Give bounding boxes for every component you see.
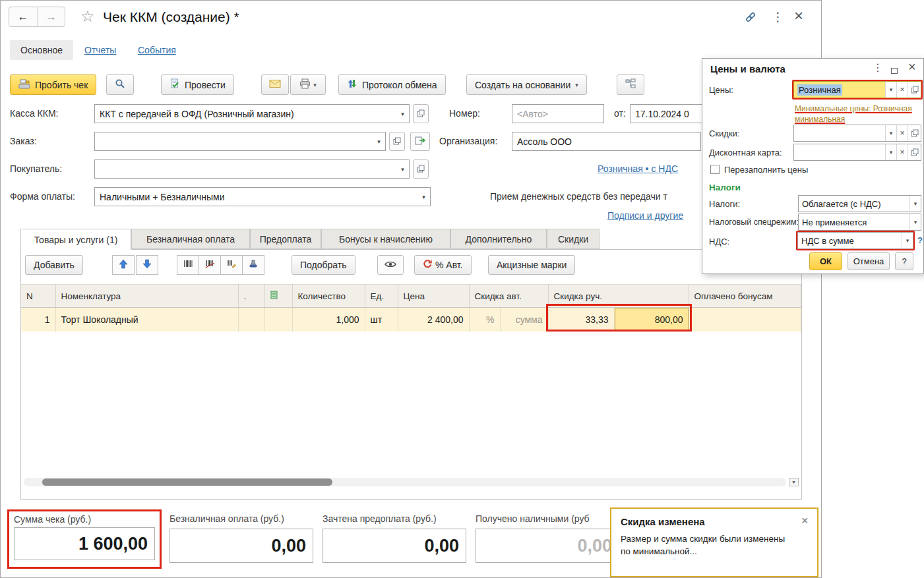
notification-close-button[interactable]: × bbox=[801, 514, 809, 528]
table-row[interactable]: 1 Торт Шоколадный 1,000 шт 2 400,00 % су… bbox=[21, 308, 801, 332]
tab-events[interactable]: События bbox=[138, 45, 176, 55]
cell-kolichestvo[interactable]: 1,000 bbox=[292, 308, 365, 332]
predoplata-value[interactable]: 0,00 bbox=[323, 529, 466, 563]
spetsrezhim-field[interactable]: Не применяется bbox=[799, 214, 909, 230]
horizontal-scrollbar[interactable] bbox=[24, 478, 786, 486]
print-button[interactable]: ▾ bbox=[290, 74, 326, 95]
cell-ed[interactable]: шт bbox=[365, 308, 398, 332]
dialog-maximize-button[interactable] bbox=[891, 65, 898, 76]
nalichnye-value[interactable]: 0,00 bbox=[476, 529, 619, 563]
cell-tsena[interactable]: 2 400,00 bbox=[398, 308, 469, 332]
tseny-field[interactable]: Розничная bbox=[794, 82, 885, 98]
scroll-down-button[interactable]: ▼ bbox=[789, 478, 799, 486]
col-n[interactable]: N bbox=[21, 285, 55, 308]
ok-button[interactable]: ОК bbox=[809, 252, 842, 270]
add-row-button[interactable]: Добавить bbox=[25, 255, 83, 275]
tab-bonusy[interactable]: Бонусы к начислению bbox=[321, 229, 450, 249]
sozdat-na-osnovanii-button[interactable]: Создать на основании ▾ bbox=[466, 74, 587, 95]
chevron-down-icon[interactable]: ▾ bbox=[396, 105, 409, 123]
chevron-down-icon[interactable]: ▾ bbox=[885, 82, 896, 98]
move-up-button[interactable] bbox=[112, 255, 135, 275]
cell-nomenklatura[interactable]: Торт Шоколадный bbox=[55, 308, 238, 332]
nomer-field[interactable]: <Авто> bbox=[512, 104, 604, 123]
col-kolichestvo[interactable]: Количество bbox=[292, 285, 365, 308]
chevron-down-icon[interactable]: ▾ bbox=[902, 233, 913, 248]
view-button[interactable] bbox=[377, 255, 404, 275]
perezapolnit-checkbox[interactable] bbox=[710, 165, 720, 174]
structure-button[interactable] bbox=[617, 74, 644, 95]
cell-skidka-ruch-procent[interactable]: 33,33 bbox=[548, 308, 614, 332]
cancel-button[interactable]: Отмена bbox=[847, 252, 890, 270]
scrollbar-thumb[interactable] bbox=[42, 478, 332, 486]
auto-discount-button[interactable]: % Авт. bbox=[414, 255, 472, 275]
tab-beznalichnaya-oplata[interactable]: Безналичная оплата bbox=[131, 229, 250, 249]
col-dot[interactable]: . bbox=[238, 285, 264, 308]
cell-dot[interactable] bbox=[238, 308, 264, 332]
podobrat-button[interactable]: Подобрать bbox=[292, 255, 355, 275]
probit-chek-button[interactable]: Пробить чек bbox=[10, 74, 96, 95]
chevron-down-icon[interactable]: ▾ bbox=[417, 188, 430, 206]
organizatsiya-field[interactable]: Ассоль ООО bbox=[512, 132, 701, 151]
pokupatel-field[interactable]: ▾ bbox=[94, 159, 410, 179]
summa-cheka-value[interactable]: 1 600,00 bbox=[14, 527, 155, 560]
forma-oplaty-select[interactable]: Наличными + Безналичными ▾ bbox=[94, 187, 431, 206]
cell-n[interactable]: 1 bbox=[21, 308, 55, 332]
barcode-edit-button[interactable] bbox=[220, 255, 243, 275]
cell-oplacheno[interactable] bbox=[689, 308, 801, 332]
clear-icon[interactable]: × bbox=[896, 125, 908, 141]
zakaz-field[interactable]: ▾ bbox=[94, 132, 386, 151]
stamp-button[interactable] bbox=[242, 255, 264, 275]
mail-button[interactable] bbox=[261, 74, 289, 95]
col-oplacheno[interactable]: Оплачено бонусам bbox=[689, 285, 801, 308]
pokupatel-open-button[interactable] bbox=[413, 159, 429, 179]
cell-skidka-avt-procent[interactable]: % bbox=[469, 308, 500, 332]
beznal-value[interactable]: 0,00 bbox=[169, 529, 313, 563]
chevron-down-icon[interactable]: ▾ bbox=[373, 132, 385, 150]
clear-icon[interactable]: × bbox=[896, 144, 908, 160]
aktsiznye-marki-button[interactable]: Акцизные марки bbox=[488, 255, 575, 275]
nalogi-field[interactable]: Облагается (с НДС) bbox=[799, 196, 909, 212]
provesti-button[interactable]: Провести bbox=[161, 74, 234, 95]
barcode-button[interactable] bbox=[177, 255, 199, 275]
col-tsena[interactable]: Цена bbox=[398, 285, 469, 308]
nds-help-link[interactable]: ? bbox=[917, 235, 923, 245]
link-icon[interactable] bbox=[744, 11, 757, 26]
diskontnaya-karta-field[interactable] bbox=[794, 144, 885, 160]
tab-predoplata[interactable]: Предоплата bbox=[250, 229, 321, 249]
chevron-down-icon[interactable]: ▾ bbox=[885, 144, 896, 160]
cell-skidka-ruch-summa[interactable]: 800,00 bbox=[614, 308, 689, 332]
chevron-down-icon[interactable]: ▾ bbox=[909, 196, 921, 212]
favorite-star-icon[interactable]: ☆ bbox=[80, 7, 95, 26]
chevron-down-icon[interactable]: ▾ bbox=[396, 160, 409, 178]
tab-main[interactable]: Основное bbox=[10, 40, 73, 60]
back-button[interactable]: ← bbox=[9, 7, 37, 26]
dialog-close-button[interactable]: × bbox=[908, 60, 916, 73]
search-check-button[interactable] bbox=[106, 74, 134, 95]
clear-icon[interactable]: × bbox=[896, 82, 908, 98]
open-icon[interactable] bbox=[908, 144, 921, 160]
price-type-link[interactable]: Розничная • с НДС bbox=[598, 163, 678, 174]
dialog-more-menu-icon[interactable]: ⋮ bbox=[873, 61, 883, 74]
col-skidka-avt[interactable]: Скидка авт. bbox=[469, 285, 548, 308]
col-nomenklatura[interactable]: Номенклатура bbox=[55, 285, 238, 308]
protokol-obmena-button[interactable]: Протокол обмена bbox=[338, 74, 446, 95]
forward-button[interactable]: → bbox=[37, 7, 65, 26]
barcode-scanner-button[interactable] bbox=[199, 255, 221, 275]
open-icon[interactable] bbox=[908, 125, 921, 141]
cell-doc[interactable] bbox=[264, 308, 292, 332]
tab-dopolnitelno[interactable]: Дополнительно bbox=[450, 229, 547, 249]
col-ed[interactable]: Ед. bbox=[365, 285, 398, 308]
chevron-down-icon[interactable]: ▾ bbox=[909, 214, 921, 230]
open-icon[interactable] bbox=[908, 82, 921, 98]
more-menu-icon[interactable]: ⋮ bbox=[772, 9, 784, 24]
move-down-button[interactable] bbox=[136, 255, 158, 275]
col-skidka-ruch[interactable]: Скидка руч. bbox=[548, 285, 689, 308]
skidki-field[interactable] bbox=[794, 125, 885, 141]
tab-reports[interactable]: Отчеты bbox=[84, 45, 116, 55]
zakaz-open-button[interactable] bbox=[389, 132, 405, 151]
window-close-button[interactable]: × bbox=[794, 8, 803, 24]
cell-skidka-avt-summa[interactable]: сумма bbox=[500, 308, 548, 332]
tab-skidki[interactable]: Скидки bbox=[547, 229, 600, 249]
podpisi-link[interactable]: Подписи и другие bbox=[607, 210, 683, 221]
zakaz-create-button[interactable] bbox=[410, 132, 430, 151]
